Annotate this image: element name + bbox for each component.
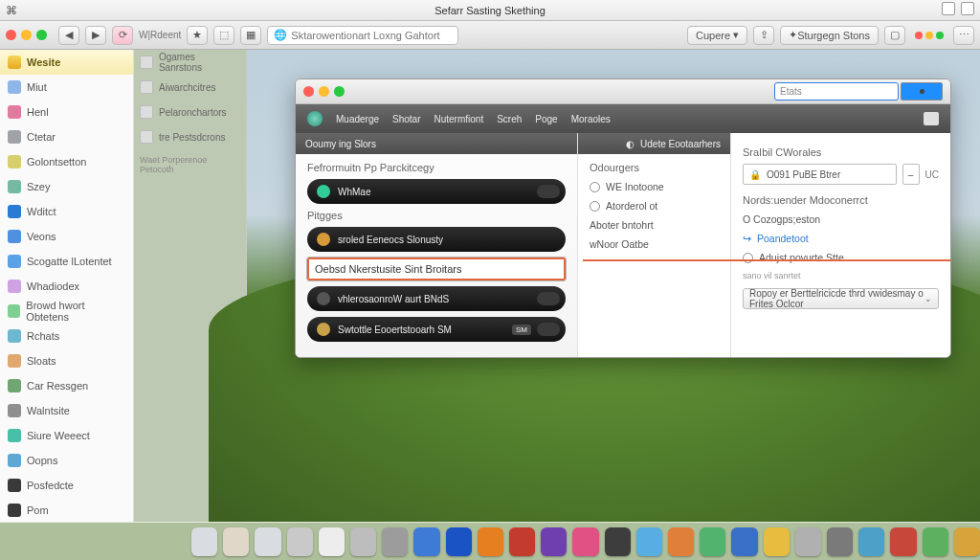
dock-app[interactable] [764,527,790,556]
sidebar2-item[interactable]: Ogames Sanrstons [134,50,246,75]
radio-option[interactable]: wNoor Oatbe [590,238,719,250]
sidebar-item[interactable]: Whadiodex [0,274,133,299]
dock-app[interactable] [890,527,916,556]
dock-app[interactable] [605,527,631,556]
dock-app[interactable] [700,527,725,556]
home-button[interactable]: ⬚ [213,26,234,45]
prefs-tab[interactable]: Moraoles [571,114,611,124]
sidebar-item[interactable]: Browd hwort Obtetens [0,299,133,324]
dock-app[interactable] [636,527,662,556]
sidebar2-item[interactable]: Aiwarchcitres [134,75,246,100]
sidebar-item[interactable]: Golontsetton [0,149,133,174]
sidebar-item[interactable]: Veons [0,224,133,249]
dock-app[interactable] [255,527,280,556]
prefs-titlebar[interactable]: Etats On Gated [296,79,950,104]
sidebar-item[interactable]: Car Ressgen [0,373,133,398]
forward-button[interactable]: ▶ [85,26,106,45]
policy-dropdown[interactable]: Ropoy er Berttelricicde thrd vwidesmay o… [743,288,939,309]
share-icon[interactable]: ⇪ [753,26,774,45]
option-pill[interactable]: sroled Eeneocs Slonusty [307,227,566,252]
dock-app[interactable] [954,527,980,556]
link-option[interactable]: ↪Poandetoot [743,233,939,244]
dock-app[interactable] [319,527,345,556]
dock-app[interactable] [572,527,598,556]
prefs-tab[interactable]: Shotar [392,114,420,124]
sidebar-item[interactable]: Oopns [0,448,133,473]
dock-app[interactable] [923,527,948,556]
radio-icon [590,182,600,192]
prefs-tab[interactable]: Muaderge [336,114,379,124]
new-tab-icon[interactable] [924,112,939,125]
address-field[interactable]: 🌐 Sktarowentionart Loxng Gahtort [267,26,458,45]
dock-app[interactable] [350,527,376,556]
reload-button[interactable]: ⟳ [112,26,133,45]
prefs-tab[interactable]: Poge [535,114,557,124]
search-placeholder: Etats [780,86,802,97]
sidebar-item[interactable]: Miut [0,75,133,100]
toolbar-pill[interactable]: ✦ Sturgegn Stons [780,26,879,45]
back-button[interactable]: ◀ [58,26,79,45]
dock-app[interactable] [478,527,503,556]
dock-app[interactable] [541,527,567,556]
stepper-button[interactable]: – [902,164,920,185]
sidebar-item[interactable]: Walntsite [0,398,133,423]
sidebar-icon [8,479,21,492]
window-traffic-lights [6,30,47,40]
prefs-tab[interactable]: Screh [497,114,522,124]
sidebar-item[interactable]: Scogatte lLotentet [0,249,133,274]
close-icon[interactable] [6,30,16,40]
sidebar-item[interactable]: Wditct [0,199,133,224]
minimize-icon[interactable] [319,86,329,97]
radio-option[interactable]: Atorderol ot [590,200,719,212]
sidebar2-item-label: Aiwarchcitres [159,82,215,93]
sidebar-item[interactable]: Sloats [0,348,133,373]
sidebar-item[interactable]: Szey [0,174,133,199]
toolbar-glyph[interactable]: ▢ [884,26,905,45]
dock-app[interactable] [795,527,821,556]
sidebar2-item[interactable]: tre Pestsdcrons [134,124,246,149]
value-field[interactable]: 🔒 O091 PuBE Btrer [743,164,897,185]
option-pill[interactable]: vhlerosaonroW aurt BNdS [307,286,566,311]
sidebar-item[interactable]: Henl [0,100,133,124]
sidebar2-item[interactable]: Pelaronchartors [134,100,246,124]
dock-app[interactable] [446,527,472,556]
toggle-icon[interactable] [537,292,560,305]
prefs-search-input[interactable]: Etats [774,82,899,101]
dock-app[interactable] [827,527,853,556]
dock-app[interactable] [223,527,249,556]
zoom-icon[interactable] [36,30,47,40]
sidebar-header[interactable]: Wesite [0,50,133,75]
dock-app[interactable] [191,527,217,556]
sidebar-item[interactable]: Rchats [0,324,133,348]
radio-option[interactable]: Adujst povurte Stte [743,252,939,263]
dock-app[interactable] [509,527,535,556]
sidebar-item[interactable]: Siure Weeect [0,423,133,448]
sidebar-item[interactable]: Ctetar [0,124,133,149]
sidebar-item[interactable]: Posfedcte [0,473,133,498]
toggle-icon[interactable] [537,185,560,198]
status-icon[interactable] [942,2,955,15]
dock-app[interactable] [413,527,439,556]
option-pill[interactable]: Swtottle Eooertstooarh SM SM [307,317,566,342]
dock-app[interactable] [668,527,694,556]
option-pill[interactable]: WhMae [307,179,566,204]
radio-option[interactable]: WE Inotoone [590,181,719,192]
radio-option[interactable]: O Cozogps;eston [743,213,939,225]
zoom-icon[interactable] [334,86,345,97]
status-icon[interactable] [961,2,974,15]
dock-app[interactable] [287,527,313,556]
toolbar-pill[interactable]: Cupere ▾ [687,26,747,45]
toolbar-end[interactable]: ⋯ [953,26,974,45]
highlighted-text-input[interactable]: Oebsd Nkerstusite Sint Broitars [307,258,566,280]
toggle-icon[interactable] [537,323,560,336]
radio-option[interactable]: Aboter bntohrt [590,219,719,231]
close-icon[interactable] [303,86,314,97]
prefs-tab[interactable]: Nutermfiont [434,114,484,124]
grid-button[interactable]: ▦ [240,26,261,45]
minimize-icon[interactable] [21,30,32,40]
dock-app[interactable] [858,527,884,556]
dock-app[interactable] [382,527,408,556]
sidebar-item[interactable]: Pom [0,498,133,522]
bookmark-button[interactable]: ★ [187,26,208,45]
dock-app[interactable] [731,527,757,556]
